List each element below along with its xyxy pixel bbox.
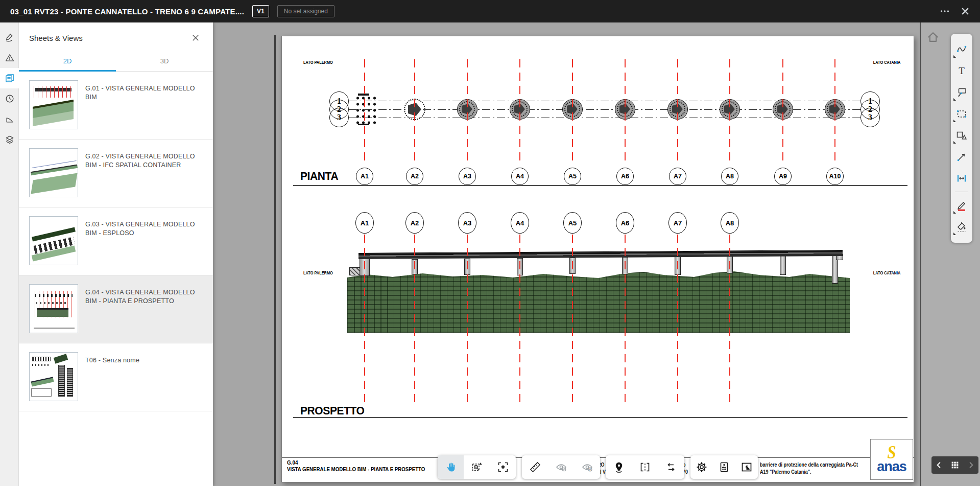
plan-grid-bubble: A4 — [511, 168, 529, 185]
plan-title: PIANTA — [300, 170, 338, 182]
plan-grid-redline — [519, 59, 520, 164]
sheet-list-item[interactable]: G.02 - VISTA GENERALE MODELLO BIM - IFC … — [19, 140, 213, 207]
application-window: 03_01 RVT23 - PONTE CANNATELLO - TRENO 6… — [0, 0, 980, 486]
properties-icon[interactable] — [713, 455, 735, 479]
grid-view-icon[interactable] — [948, 458, 962, 472]
plan-side-label-right: LATO CATANIA — [873, 60, 900, 65]
fit-view-icon[interactable] — [490, 455, 516, 479]
anas-logo-swirl: S — [887, 445, 896, 460]
panel-tabs: 2D 3D — [19, 53, 213, 72]
freehand-icon[interactable] — [951, 39, 972, 60]
left-rail — [0, 22, 19, 486]
pan-icon[interactable] — [438, 455, 464, 479]
elevation-grid-redline — [519, 235, 520, 403]
pile-cap-edge — [358, 94, 369, 96]
anas-logo: S anas — [870, 439, 913, 480]
sheet-name: VISTA GENERALE MODELLO BIM - PIANTA E PR… — [287, 466, 425, 472]
plan-grid-bubble: A9 — [774, 168, 792, 185]
sheet-thumbnail — [29, 216, 78, 265]
sheet-number: G.04 — [287, 459, 298, 466]
plan-grid-redline — [414, 59, 415, 164]
svg-text:T: T — [959, 65, 965, 76]
elevation-grid-redline — [414, 235, 415, 403]
show-annotations-icon[interactable]: A — [574, 455, 600, 479]
sheet-list-item[interactable]: G.04 - VISTA GENERALE MODELLO BIM - PIAN… — [19, 275, 213, 343]
toolbar-measure-group: A — [522, 455, 600, 479]
elevation-grid-bubble: A8 — [721, 212, 739, 234]
toolbar-location-group — [606, 455, 684, 479]
measure-icon[interactable] — [522, 455, 548, 479]
settings-icon[interactable] — [690, 455, 713, 479]
sheet-list-item[interactable]: G.03 - VISTA GENERALE MODELLO BIM - ESPL… — [19, 207, 213, 275]
sheet-list-item[interactable]: G.01 - VISTA GENERALE MODELLO BIM — [19, 72, 213, 140]
more-options-icon[interactable] — [937, 4, 952, 19]
row-bubble: 3 — [329, 108, 349, 127]
toolbar-navigation-group — [438, 455, 516, 479]
plan-side-label-left: LATO PALERMO — [303, 60, 333, 65]
plan-grid-redline — [677, 59, 678, 164]
history-icon[interactable] — [0, 88, 19, 109]
elev-side-label-left: LATO PALERMO — [303, 270, 333, 275]
section-box-icon[interactable] — [632, 455, 658, 479]
plan-grid-bubble: A6 — [616, 168, 634, 185]
plan-grid-bubble: A1 — [356, 168, 373, 185]
plan-grid-bubble: A3 — [459, 168, 476, 185]
fill-color-icon[interactable] — [951, 216, 972, 238]
top-bar: 03_01 RVT23 - PONTE CANNATELLO - TRENO 6… — [0, 0, 980, 22]
pile-group-symbol — [353, 94, 377, 125]
toolbar-settings-group — [690, 455, 758, 479]
plan-grid-redline — [467, 59, 468, 164]
toolbar-divider — [955, 192, 968, 192]
issues-icon[interactable] — [0, 48, 19, 68]
zoom-window-icon[interactable] — [464, 455, 490, 479]
color-pencil-icon[interactable] — [951, 195, 972, 216]
elev-side-label-right: LATO CATANIA — [873, 270, 900, 275]
compare-icon[interactable] — [658, 455, 684, 479]
elevation-grid-bubble: A6 — [616, 212, 634, 234]
screenshot-icon[interactable] — [735, 455, 758, 479]
sheets-icon[interactable] — [0, 68, 19, 88]
close-icon[interactable] — [958, 4, 973, 19]
dimension-icon[interactable] — [951, 168, 972, 189]
plan-grid-redline — [625, 59, 626, 164]
pin-icon[interactable] — [606, 455, 632, 479]
plan-grid-bubble: A5 — [564, 168, 581, 185]
prev-page-icon[interactable] — [933, 458, 946, 472]
elevation-title: PROSPETTO — [300, 404, 365, 417]
area-icon[interactable] — [0, 109, 19, 129]
bridge-deck — [358, 250, 843, 259]
sheets-views-panel: Sheets & Views 2D 3D G.01 - VISTA GENERA… — [19, 22, 213, 486]
cloud-icon[interactable] — [951, 103, 972, 125]
home-icon[interactable] — [924, 29, 942, 46]
viewer-canvas[interactable]: LATO PALERMO LATO CATANIA PIANTA LATO PA… — [213, 22, 980, 486]
callout-icon[interactable] — [951, 82, 972, 103]
plan-grid-bubble: A10 — [826, 168, 844, 185]
shapes-icon[interactable] — [951, 125, 972, 146]
panel-close-icon[interactable] — [189, 32, 202, 44]
row-bubble: 3 — [861, 108, 880, 127]
sheet-thumbnail — [29, 284, 78, 333]
set-badge-button[interactable]: No set assigned — [277, 5, 334, 17]
elevation-rule — [293, 417, 907, 418]
layers-icon[interactable] — [0, 129, 19, 150]
next-page-icon[interactable] — [964, 458, 977, 472]
tab-2d[interactable]: 2D — [19, 53, 116, 71]
text-icon[interactable]: T — [951, 60, 972, 82]
svg-text:A: A — [588, 467, 591, 472]
drawing-sheet[interactable]: LATO PALERMO LATO CATANIA PIANTA LATO PA… — [281, 36, 914, 482]
sheet-list-item[interactable]: T06 - Senza nome — [19, 343, 213, 411]
sheet-thumbnail — [29, 352, 78, 401]
sheet-thumbnail — [29, 148, 78, 197]
sheet-thumbnail — [29, 80, 78, 129]
markup-icon[interactable] — [0, 27, 19, 48]
tab-3d[interactable]: 3D — [116, 53, 213, 71]
plan-grid-bubble: A7 — [669, 168, 686, 185]
hide-markups-icon[interactable] — [548, 455, 574, 479]
plan-grid-redline — [834, 59, 835, 164]
plan-grid-redline — [572, 59, 573, 164]
dock-divider — [920, 22, 921, 486]
version-badge[interactable]: V1 — [252, 5, 269, 17]
panel-title: Sheets & Views — [29, 34, 83, 42]
arrow-icon[interactable] — [951, 146, 972, 168]
elevation-grid-redline — [625, 235, 626, 403]
